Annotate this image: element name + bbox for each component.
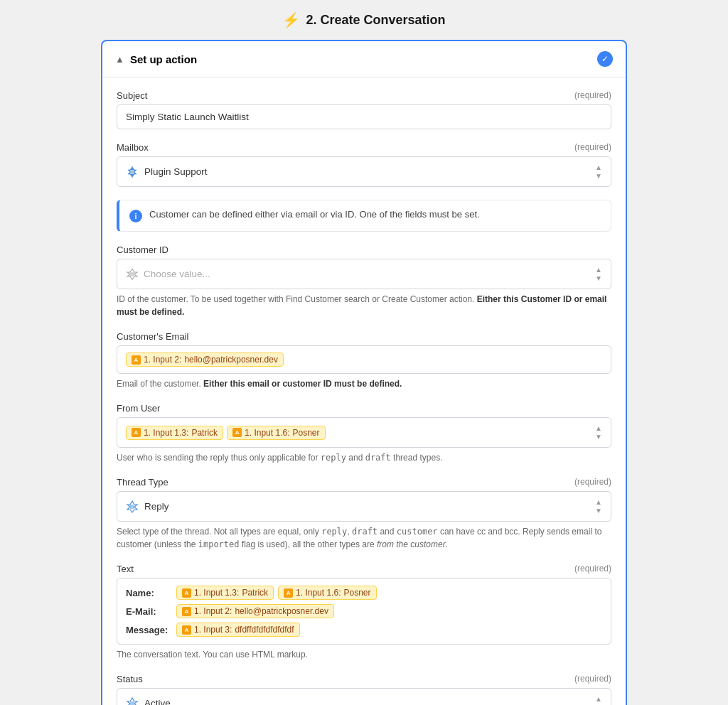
mailbox-select[interactable]: Plugin Support ▲ ▼ xyxy=(117,156,611,187)
thread-type-label: Thread Type (required) xyxy=(117,477,611,488)
mailbox-field: Mailbox (required) Plugin Support ▲ xyxy=(117,142,611,187)
info-box: i Customer can be defined either via ema… xyxy=(117,200,611,232)
text-input[interactable]: Name: A 1. Input 1.3: Patrick A 1. Input… xyxy=(117,578,611,645)
info-icon: i xyxy=(129,210,142,222)
from-user-select[interactable]: A 1. Input 1.3: Patrick A 1. Input 1.6: … xyxy=(117,417,611,448)
customer-id-hint: ID of the customer. To be used together … xyxy=(117,293,611,318)
name-token2: A 1. Input 1.6: Posner xyxy=(278,586,376,600)
from-user-hint: User who is sending the reply thus only … xyxy=(117,451,611,464)
subject-input[interactable]: Simply Static Launch Waitlist xyxy=(117,104,611,129)
status-select[interactable]: Active ▲ ▼ xyxy=(117,688,611,705)
customer-email-field: Customer's Email A 1. Input 2: hello@pat… xyxy=(117,331,611,390)
text-row-email: E-Mail: A 1. Input 2: hello@patrickposne… xyxy=(126,604,602,618)
text-field: Text (required) Name: A 1. Input 1.3: Pa… xyxy=(117,564,611,661)
select-arrows-icon: ▲ ▼ xyxy=(595,163,602,180)
zapier-mini-icon xyxy=(126,268,139,281)
lightning-icon: ⚡ xyxy=(282,11,300,28)
thread-type-hint: Select type of the thread. Not all types… xyxy=(117,525,611,551)
email-token2: A 1. Input 2: hello@patrickposner.dev xyxy=(176,604,334,618)
customer-email-input[interactable]: A 1. Input 2: hello@patrickposner.dev xyxy=(117,345,611,374)
text-label: Text (required) xyxy=(117,564,611,574)
thread-type-select[interactable]: Reply ▲ ▼ xyxy=(117,491,611,522)
text-row-message: Message: A 1. Input 3: dfdffdfdfdfdfdfdf xyxy=(126,623,602,637)
name-token1: A 1. Input 1.3: Patrick xyxy=(176,586,274,600)
check-icon: ✓ xyxy=(597,51,613,67)
email-token: A 1. Input 2: hello@patrickposner.dev xyxy=(126,352,284,367)
message-token: A 1. Input 3: dfdffdfdfdfdfdfdf xyxy=(176,623,300,637)
card-body: Subject (required) Simply Static Launch … xyxy=(102,77,626,705)
customer-id-select[interactable]: Choose value... ▲ ▼ xyxy=(117,259,611,289)
customer-id-field: Customer ID Choose value... ▲ ▼ xyxy=(117,244,611,318)
page-title: ⚡ 2. Create Conversation xyxy=(282,11,445,28)
header-left: ▲ Set up action xyxy=(115,53,197,65)
customer-id-label: Customer ID xyxy=(117,244,611,255)
customer-email-label: Customer's Email xyxy=(117,331,611,342)
zapier-logo-icon xyxy=(126,500,139,513)
status-label: Status (required) xyxy=(117,674,611,684)
select-arrows-icon: ▲ ▼ xyxy=(595,498,602,515)
mailbox-label: Mailbox (required) xyxy=(117,142,611,153)
customer-email-hint: Email of the customer. Either this email… xyxy=(117,377,611,390)
zapier-logo-icon xyxy=(126,697,139,706)
thread-type-field: Thread Type (required) Reply ▲ ▼ xyxy=(117,477,611,551)
text-row-name: Name: A 1. Input 1.3: Patrick A 1. Input… xyxy=(126,586,602,600)
token-icon: A xyxy=(232,428,242,437)
from-user-token2: A 1. Input 1.6: Posner xyxy=(227,426,325,440)
subject-field: Subject (required) Simply Static Launch … xyxy=(117,90,611,129)
main-card: ▲ Set up action ✓ Subject (required) Sim… xyxy=(101,40,627,705)
from-user-label: From User xyxy=(117,403,611,414)
select-arrows-icon: ▲ ▼ xyxy=(595,695,602,705)
card-header: ▲ Set up action ✓ xyxy=(102,41,626,77)
token-icon: A xyxy=(132,428,141,437)
status-field: Status (required) Active ▲ ▼ xyxy=(117,674,611,705)
zapier-logo-icon xyxy=(126,166,139,178)
subject-label: Subject (required) xyxy=(117,90,611,101)
setup-action-label: Set up action xyxy=(130,53,197,65)
from-user-token1: A 1. Input 1.3: Patrick xyxy=(126,426,223,440)
chevron-up-icon[interactable]: ▲ xyxy=(115,54,124,65)
token-icon: A xyxy=(132,355,141,365)
from-user-field: From User A 1. Input 1.3: Patrick A 1. I… xyxy=(117,403,611,464)
select-arrows-icon: ▲ ▼ xyxy=(595,424,602,441)
select-arrows-icon: ▲ ▼ xyxy=(595,266,602,282)
text-hint: The conversation text. You can use HTML … xyxy=(117,648,611,661)
